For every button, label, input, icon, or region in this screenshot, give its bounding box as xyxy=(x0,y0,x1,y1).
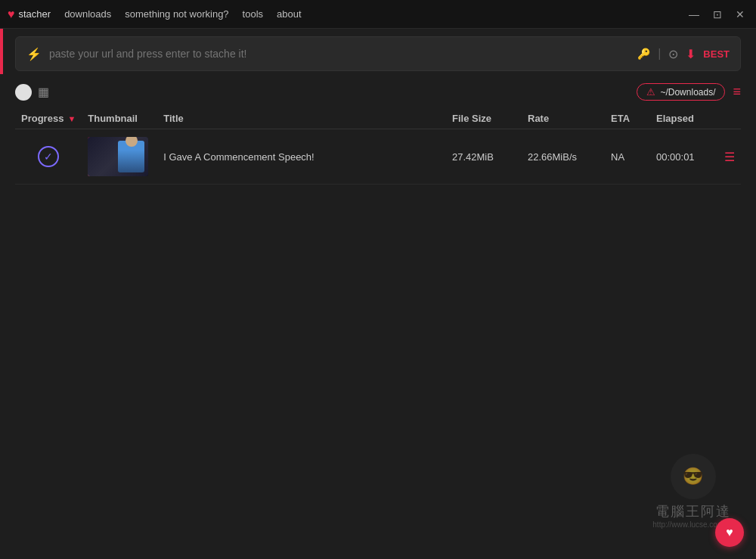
col-title: Title xyxy=(157,108,446,129)
url-bar-actions: 🔑 | ⊙ ⬇ BEST xyxy=(637,47,730,61)
app-name: stacher xyxy=(19,8,51,20)
best-button[interactable]: BEST xyxy=(703,48,730,60)
menu-bar: downloads something not working? tools a… xyxy=(58,5,685,23)
progress-cell: ✓ xyxy=(15,129,82,185)
table-row: ✓ I Gave A Commencement Speech! 27.42MiB… xyxy=(15,129,741,185)
url-bar: ⚡ 🔑 | ⊙ ⬇ BEST xyxy=(15,36,741,71)
close-button[interactable]: ✕ xyxy=(732,7,748,22)
menu-tools[interactable]: tools xyxy=(237,5,269,23)
watermark-logo: 😎 xyxy=(671,454,716,499)
key-icon: 🔑 xyxy=(637,48,650,60)
thumbnail xyxy=(88,137,148,176)
filter-icon[interactable]: ▼ xyxy=(67,114,76,123)
circle-button[interactable]: ⊙ xyxy=(668,47,678,61)
url-input[interactable] xyxy=(49,48,637,60)
toolbar-left: ▦ xyxy=(15,84,49,101)
thumbnail-cell xyxy=(82,129,157,185)
col-filesize: File Size xyxy=(446,108,522,129)
app-logo: ♥ stacher xyxy=(8,8,51,21)
settings-icon[interactable]: ≡ xyxy=(733,84,741,100)
bottom-heart-button[interactable]: ♥ xyxy=(715,518,744,547)
col-thumbnail: Thumbnail xyxy=(82,108,157,129)
maximize-button[interactable]: ⊡ xyxy=(709,7,726,22)
grid-view-icon[interactable]: ▦ xyxy=(38,85,49,99)
menu-cell: ☰ xyxy=(718,129,741,185)
col-eta: ETA xyxy=(605,108,650,129)
col-elapsed: Elapsed xyxy=(650,108,718,129)
menu-about[interactable]: about xyxy=(271,5,308,23)
row-menu-icon[interactable]: ☰ xyxy=(724,151,735,163)
titlebar: ♥ stacher downloads something not workin… xyxy=(0,0,756,29)
downloads-table: Progress ▼ Thumbnail Title File Size Rat… xyxy=(15,108,741,185)
watermark-face: 😎 xyxy=(683,467,703,486)
table-body: ✓ I Gave A Commencement Speech! 27.42MiB… xyxy=(15,129,741,185)
thumbnail-person xyxy=(118,141,144,172)
path-button[interactable]: ⚠ ~/Downloads/ xyxy=(637,83,725,101)
check-circle: ✓ xyxy=(38,146,59,167)
download-icon: ⬇ xyxy=(686,47,696,61)
thumbnail-figure xyxy=(88,137,148,176)
window-controls: — ⊡ ✕ xyxy=(685,7,748,22)
eta-cell: NA xyxy=(605,129,650,185)
col-rate: Rate xyxy=(522,108,605,129)
path-label: ~/Downloads/ xyxy=(660,87,715,98)
watermark-cn-text: 電腦王阿達 xyxy=(652,502,733,520)
menu-not-working[interactable]: something not working? xyxy=(119,5,234,23)
col-progress: Progress ▼ xyxy=(15,108,82,129)
toolbar-right: ⚠ ~/Downloads/ ≡ xyxy=(637,83,741,101)
toolbar: ▦ ⚠ ~/Downloads/ ≡ xyxy=(15,83,741,101)
filesize-cell: 27.42MiB xyxy=(446,129,522,185)
bolt-icon: ⚡ xyxy=(26,47,42,61)
heart-icon: ♥ xyxy=(726,526,733,539)
watermark: 😎 電腦王阿達 http://www.lucse.com.tw xyxy=(652,454,733,529)
col-actions xyxy=(718,108,741,129)
title-cell: I Gave A Commencement Speech! xyxy=(157,129,446,185)
minimize-button[interactable]: — xyxy=(685,7,703,22)
rate-cell: 22.66MiB/s xyxy=(522,129,605,185)
separator: | xyxy=(658,47,661,61)
warning-icon: ⚠ xyxy=(646,86,655,98)
heart-icon: ♥ xyxy=(8,8,15,21)
main-content: ⚡ 🔑 | ⊙ ⬇ BEST ▦ ⚠ ~/Downloads/ ≡ xyxy=(0,29,756,192)
table-header: Progress ▼ Thumbnail Title File Size Rat… xyxy=(15,108,741,129)
elapsed-cell: 00:00:01 xyxy=(650,129,718,185)
menu-downloads[interactable]: downloads xyxy=(58,5,117,23)
theme-toggle[interactable] xyxy=(15,84,32,101)
